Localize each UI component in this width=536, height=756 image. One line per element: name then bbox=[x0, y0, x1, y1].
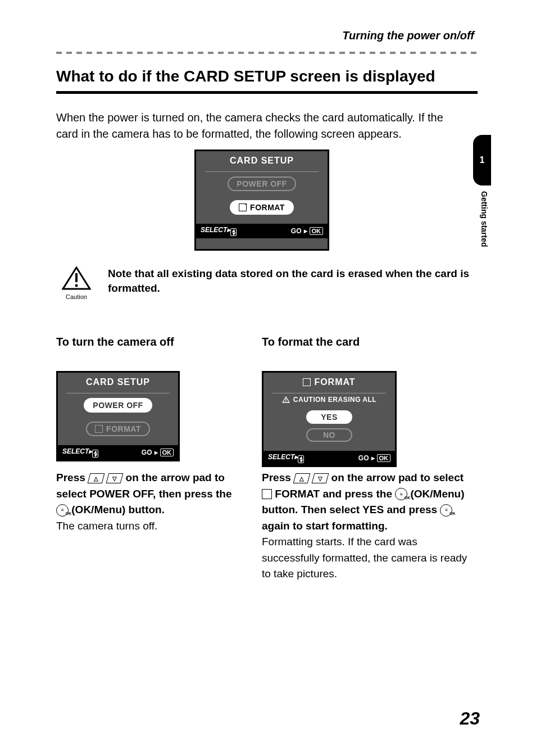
lcd-screen-main: CARD SETUP POWER OFF FORMAT SELECT▸▴▾ GO… bbox=[194, 150, 329, 251]
arrow-up-icon: △ bbox=[88, 473, 105, 483]
lcd-option-label: FORMAT bbox=[250, 203, 285, 212]
arrow-down-icon: ▽ bbox=[312, 473, 329, 483]
divider-dashed bbox=[56, 52, 480, 54]
lcd-option-format: FORMAT bbox=[230, 200, 294, 215]
instructions-format: Press △ ▽ on the arrow pad to select FOR… bbox=[262, 470, 470, 582]
lcd-separator bbox=[205, 171, 318, 172]
result-text: Formatting starts. If the card was succe… bbox=[262, 536, 467, 580]
running-header: Turning the power on/off bbox=[342, 29, 474, 42]
lcd-footer-go: GO▸OK bbox=[291, 227, 323, 235]
lcd-footer: SELECT▸▴▾ GO▸OK bbox=[196, 224, 328, 238]
result-text: The camera turns off. bbox=[56, 520, 157, 532]
lcd-separator bbox=[66, 393, 170, 393]
page-heading: What to do if the CARD SETUP screen is d… bbox=[56, 67, 435, 85]
chapter-label: Getting started bbox=[480, 191, 489, 247]
lcd-title: CARD SETUP bbox=[86, 377, 150, 387]
lcd-title: CARD SETUP bbox=[230, 156, 294, 166]
lcd-option-yes: YES bbox=[306, 410, 352, 424]
caution-block: Caution Note that all existing data stor… bbox=[60, 266, 475, 300]
subhead-format: To format the card bbox=[262, 336, 360, 348]
lcd-option-format: FORMAT bbox=[86, 422, 150, 436]
caution-label: Caution bbox=[60, 293, 93, 300]
card-icon bbox=[303, 378, 311, 386]
lcd-separator bbox=[272, 393, 385, 393]
lcd-footer: SELECT▸▴▾ GO▸OK bbox=[264, 451, 395, 465]
intro-paragraph: When the power is turned on, the camera … bbox=[56, 110, 466, 142]
chapter-tab: 1 bbox=[473, 135, 491, 185]
lcd-option-no: NO bbox=[306, 428, 352, 442]
instructions-turn-off: Press △ ▽ on the arrow pad to select POW… bbox=[56, 470, 242, 534]
card-icon bbox=[239, 203, 247, 211]
lcd-option-label: FORMAT bbox=[106, 424, 141, 433]
lcd-option-power-off: POWER OFF bbox=[228, 176, 296, 191]
lcd-screen-format: FORMAT CAUTION ERASING ALL YES NO SELECT… bbox=[262, 371, 397, 467]
ok-menu-icon: ≡ bbox=[395, 488, 407, 500]
caution-text: Note that all existing data stored on th… bbox=[108, 266, 475, 295]
svg-point-2 bbox=[75, 284, 78, 287]
lcd-footer-go: GO▸OK bbox=[358, 454, 390, 462]
lcd-screen-power-off: CARD SETUP POWER OFF FORMAT SELECT▸▴▾ GO… bbox=[56, 371, 180, 461]
lcd-footer-select: SELECT▸▴▾ bbox=[62, 447, 98, 458]
lcd-caution-line: CAUTION ERASING ALL bbox=[282, 396, 376, 404]
caution-icon: Caution bbox=[60, 266, 93, 300]
lcd-footer-select: SELECT▸▴▾ bbox=[201, 226, 237, 236]
ok-menu-icon: ≡ bbox=[56, 504, 69, 517]
lcd-footer-select: SELECT▸▴▾ bbox=[268, 453, 304, 463]
lcd-footer: SELECT▸▴▾ GO▸OK bbox=[58, 445, 178, 460]
arrow-up-icon: △ bbox=[293, 473, 311, 483]
ok-menu-icon: ≡ bbox=[440, 504, 452, 517]
heading-underline bbox=[56, 91, 478, 94]
card-icon bbox=[262, 489, 272, 499]
subhead-turn-off: To turn the camera off bbox=[56, 336, 174, 348]
lcd-footer-go: GO▸OK bbox=[142, 449, 174, 456]
lcd-option-power-off: POWER OFF bbox=[84, 398, 152, 413]
arrow-down-icon: ▽ bbox=[106, 473, 124, 483]
lcd-title: FORMAT bbox=[303, 377, 355, 387]
svg-point-5 bbox=[285, 401, 287, 402]
page-number: 23 bbox=[460, 708, 480, 729]
card-icon bbox=[95, 425, 103, 433]
